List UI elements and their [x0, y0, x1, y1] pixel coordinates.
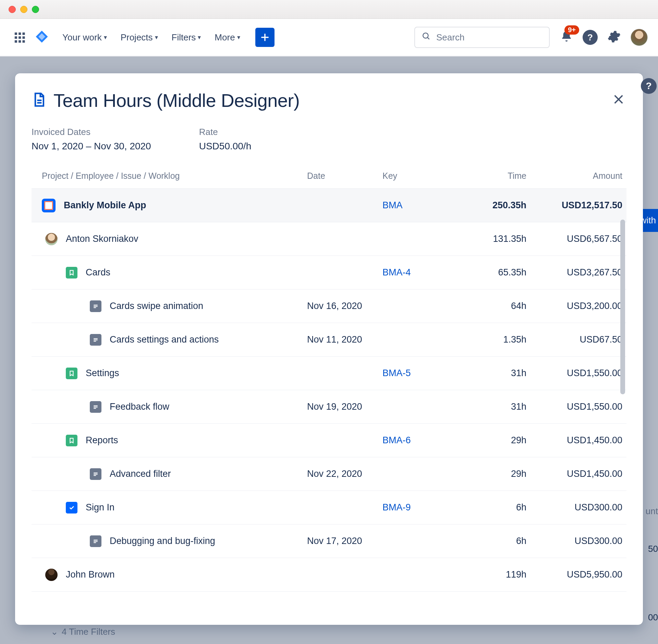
chevron-down-icon: ▾ — [155, 34, 158, 41]
worklog-icon — [90, 535, 101, 547]
help-button[interactable]: ? — [583, 30, 598, 45]
svg-rect-26 — [94, 475, 96, 476]
table-header: Project / Employee / Issue / Worklog Dat… — [32, 163, 626, 189]
create-button[interactable] — [255, 28, 275, 47]
rate-label: Rate — [199, 127, 252, 137]
row-name: Cards swipe animation — [110, 301, 203, 311]
table-row[interactable]: ReportsBMA-629hUSD1,450.00 — [32, 424, 626, 457]
row-name: Bankly Mobile App — [64, 200, 146, 211]
chevron-down-icon: ⌄ — [51, 627, 58, 637]
svg-rect-16 — [94, 306, 98, 307]
window-maximize-icon[interactable] — [32, 6, 39, 13]
user-avatar[interactable] — [631, 29, 648, 46]
row-name: Sign In — [86, 502, 114, 513]
bg-fragment-50: 50 — [648, 542, 658, 556]
jira-logo-icon[interactable] — [35, 30, 49, 45]
plus-icon — [260, 33, 270, 42]
row-name: Settings — [86, 368, 119, 379]
issue-key-link[interactable]: BMA-4 — [382, 267, 451, 278]
invoiced-dates-value: Nov 1, 2020 – Nov 30, 2020 — [32, 141, 151, 152]
svg-rect-28 — [94, 541, 98, 542]
row-amount: USD3,267.50 — [526, 267, 622, 278]
table-row[interactable]: SettingsBMA-531hUSD1,550.00 — [32, 357, 626, 390]
nav-filters[interactable]: Filters▾ — [172, 32, 201, 43]
scrollbar-thumb[interactable] — [620, 220, 625, 394]
svg-rect-17 — [94, 307, 96, 308]
close-button[interactable] — [611, 90, 626, 111]
svg-rect-0 — [15, 33, 17, 35]
issue-key-link[interactable]: BMA-5 — [382, 368, 451, 379]
nav-more[interactable]: More▾ — [215, 32, 240, 43]
table-row[interactable]: Debugging and bug-fixingNov 17, 20206hUS… — [32, 524, 626, 558]
svg-rect-6 — [15, 40, 17, 43]
table-row[interactable]: Feedback flowNov 19, 202031hUSD1,550.00 — [32, 390, 626, 424]
question-icon: ? — [646, 80, 651, 91]
user-avatar-icon — [45, 233, 58, 245]
window-close-icon[interactable] — [9, 6, 16, 13]
notifications-button[interactable]: 9+ — [560, 30, 573, 45]
chevron-down-icon: ▾ — [104, 34, 107, 41]
search-icon — [422, 32, 431, 43]
table-row[interactable]: Anton Skorniakov131.35hUSD6,567.50 — [32, 222, 626, 256]
table-row[interactable]: John Brown119hUSD5,950.00 — [32, 558, 626, 592]
col-name: Project / Employee / Issue / Worklog — [42, 171, 307, 181]
rate-value: USD50.00/h — [199, 141, 252, 152]
row-name: Feedback flow — [110, 401, 169, 412]
table-row[interactable]: Sign InBMA-96hUSD300.00 — [32, 491, 626, 524]
row-name: Reports — [86, 435, 118, 446]
worklog-icon — [90, 334, 101, 346]
table-row[interactable]: Cards swipe animationNov 16, 202064hUSD3… — [32, 289, 626, 323]
user-avatar-icon — [45, 569, 58, 581]
row-time: 6h — [451, 502, 526, 513]
svg-rect-25 — [94, 474, 98, 474]
row-amount: USD6,567.50 — [526, 234, 622, 244]
row-name: Anton Skorniakov — [66, 234, 138, 244]
invoiced-dates-block: Invoiced Dates Nov 1, 2020 – Nov 30, 202… — [32, 127, 151, 152]
svg-rect-20 — [94, 341, 96, 342]
project-icon — [42, 199, 56, 212]
top-nav: Your work▾ Projects▾ Filters▾ More▾ Sear… — [0, 19, 658, 57]
worklog-table: Project / Employee / Issue / Worklog Dat… — [32, 163, 626, 625]
svg-rect-15 — [94, 305, 98, 305]
row-time: 131.35h — [451, 234, 526, 244]
settings-button[interactable] — [607, 30, 621, 45]
svg-rect-3 — [15, 36, 17, 39]
row-name: Cards settings and actions — [110, 334, 219, 345]
help-float-button[interactable]: ? — [641, 78, 657, 94]
app-switcher-icon[interactable] — [14, 32, 25, 43]
issue-key-link[interactable]: BMA — [382, 200, 451, 211]
issue-key-link[interactable]: BMA-9 — [382, 502, 451, 513]
bg-fragment-unt: unt — [646, 506, 658, 517]
search-input[interactable]: Search — [414, 27, 550, 48]
row-amount: USD300.00 — [526, 536, 622, 546]
svg-rect-4 — [19, 36, 21, 39]
svg-rect-27 — [94, 540, 98, 540]
row-amount: USD1,550.00 — [526, 401, 622, 412]
row-time: 119h — [451, 569, 526, 580]
worklog-icon — [90, 401, 101, 413]
svg-rect-1 — [19, 33, 21, 35]
time-filters-toggle[interactable]: ⌄ 4 Time Filters — [51, 627, 115, 637]
nav-label: Your work — [62, 32, 102, 43]
nav-projects[interactable]: Projects▾ — [121, 32, 158, 43]
issue-key-link[interactable]: BMA-6 — [382, 435, 451, 446]
svg-rect-8 — [23, 40, 25, 43]
nav-your-work[interactable]: Your work▾ — [62, 32, 107, 43]
nav-label: More — [215, 32, 235, 43]
svg-rect-18 — [94, 338, 98, 339]
row-amount: USD12,517.50 — [526, 200, 622, 211]
window-minimize-icon[interactable] — [20, 6, 27, 13]
table-row[interactable]: Advanced filterNov 22, 202029hUSD1,450.0… — [32, 457, 626, 491]
table-row[interactable]: CardsBMA-465.35hUSD3,267.50 — [32, 256, 626, 289]
row-amount: USD67.50 — [526, 334, 622, 345]
notification-badge: 9+ — [564, 25, 579, 35]
svg-rect-5 — [23, 36, 25, 39]
table-row[interactable]: Cards settings and actionsNov 11, 20201.… — [32, 323, 626, 357]
row-name: Advanced filter — [110, 469, 171, 479]
table-row[interactable]: Bankly Mobile AppBMA250.35hUSD12,517.50 — [32, 189, 626, 222]
row-time: 65.35h — [451, 267, 526, 278]
col-time: Time — [451, 171, 526, 181]
nav-label: Filters — [172, 32, 196, 43]
row-amount: USD1,550.00 — [526, 368, 622, 379]
svg-rect-19 — [94, 339, 98, 340]
